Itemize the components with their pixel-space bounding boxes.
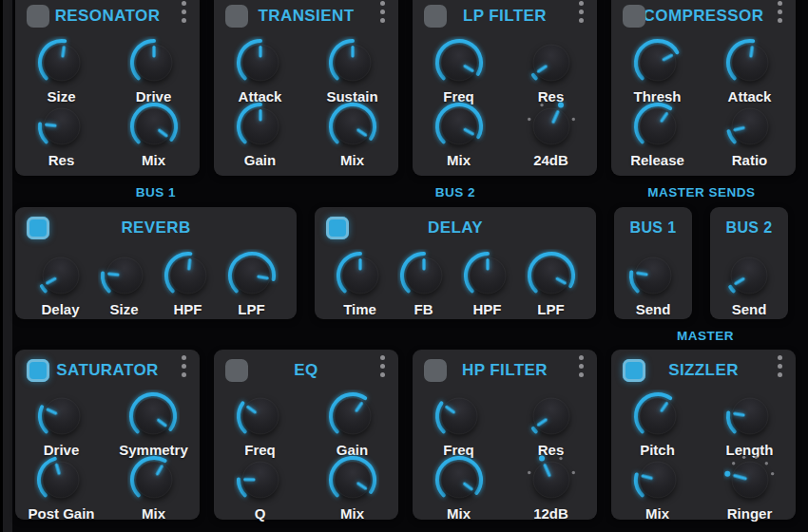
post-gain-knob[interactable] (34, 453, 87, 506)
knob-area: FreqGainQMix (214, 390, 398, 517)
mix-knob[interactable] (326, 453, 379, 506)
mix-knob[interactable] (631, 453, 684, 506)
enable-toggle-unchecked[interactable] (225, 5, 248, 28)
freq-knob[interactable] (234, 390, 287, 443)
enable-toggle-checked[interactable] (27, 359, 49, 382)
mix-knob[interactable] (326, 100, 379, 153)
module-title: COMPRESSOR (644, 7, 764, 26)
gain-knob[interactable] (326, 390, 379, 443)
module-title: HP FILTER (462, 361, 548, 380)
kebab-menu-icon[interactable] (182, 355, 186, 377)
knob-cell: LPF (525, 249, 578, 313)
send-knob[interactable] (722, 249, 776, 302)
send-knob[interactable] (626, 249, 680, 302)
kebab-menu-icon[interactable] (380, 1, 385, 23)
attack-knob[interactable] (234, 36, 287, 89)
knob-area: DelaySizeHPFLPF (15, 249, 297, 313)
12db-knob[interactable] (525, 453, 578, 506)
kebab-menu-icon[interactable] (778, 1, 782, 23)
enable-toggle-checked[interactable] (623, 359, 645, 382)
enable-toggle-unchecked[interactable] (424, 5, 447, 28)
knob-area: Send (614, 249, 692, 313)
knob-label: Q (255, 505, 266, 522)
mix-knob[interactable] (127, 453, 181, 506)
module-header: REVERB (15, 216, 297, 240)
drive-knob[interactable] (35, 390, 88, 443)
size-knob[interactable] (98, 249, 151, 302)
knob-cell: Mix (631, 453, 684, 517)
release-knob[interactable] (631, 100, 684, 153)
hpf-knob[interactable] (461, 249, 514, 302)
module-title: EQ (294, 361, 317, 380)
knob-area: FreqResMix24dB (413, 36, 597, 163)
knob-label: HPF (174, 301, 202, 317)
knob-label: Mix (340, 152, 364, 168)
mix-knob[interactable] (433, 453, 486, 506)
time-knob[interactable] (334, 249, 387, 302)
knob-cell: Mix (433, 100, 486, 163)
drive-knob[interactable] (127, 36, 181, 89)
ratio-knob[interactable] (723, 100, 777, 153)
mix-knob[interactable] (433, 100, 486, 153)
enable-toggle-unchecked[interactable] (424, 359, 447, 382)
freq-knob[interactable] (433, 36, 486, 89)
enable-toggle-checked[interactable] (27, 217, 49, 239)
module-header: BUS 1 (614, 216, 692, 240)
res-knob[interactable] (35, 100, 88, 153)
module-header: COMPRESSOR (611, 4, 796, 28)
module-header: RESONATOR (15, 4, 200, 28)
kebab-menu-icon[interactable] (778, 355, 782, 377)
knob-cell: 24dB (525, 100, 578, 163)
mix-knob[interactable] (127, 100, 181, 153)
symmetry-knob[interactable] (126, 390, 180, 443)
delay-knob[interactable] (34, 249, 87, 302)
gain-knob[interactable] (234, 100, 287, 153)
freq-knob[interactable] (433, 390, 486, 443)
knob-cell: Thresh (631, 36, 684, 100)
length-knob[interactable] (723, 390, 777, 443)
module-delay: DELAYTimeFBHPFLPF (315, 207, 596, 319)
q-knob[interactable] (234, 453, 287, 506)
module-header: HP FILTER (413, 358, 597, 383)
module-title: BUS 2 (725, 219, 772, 237)
enable-toggle-unchecked[interactable] (225, 359, 248, 382)
24db-knob[interactable] (525, 100, 578, 153)
enable-toggle-checked[interactable] (326, 217, 349, 239)
size-knob[interactable] (35, 36, 88, 89)
knob-cell: 12dB (525, 453, 578, 517)
fb-knob[interactable] (397, 249, 451, 302)
attack-knob[interactable] (723, 36, 777, 89)
enable-toggle-unchecked[interactable] (623, 5, 645, 28)
lpf-knob[interactable] (225, 249, 279, 302)
module-lp-filter: LP FILTERFreqResMix24dB (413, 0, 597, 176)
sustain-knob[interactable] (326, 36, 379, 89)
effects-row-top: RESONATORSizeDriveResMixTRANSIENTAttackS… (15, 0, 796, 176)
knob-label: Mix (340, 505, 364, 522)
section-label-bus2: BUS 2 (315, 185, 596, 200)
lpf-knob[interactable] (525, 249, 578, 302)
knob-cell: Res (525, 390, 578, 453)
kebab-menu-icon[interactable] (380, 355, 385, 377)
module-hp-filter: HP FILTERFreqResMix12dB (413, 350, 597, 520)
hpf-knob[interactable] (162, 249, 215, 302)
knob-label: Mix (142, 505, 165, 522)
res-knob[interactable] (525, 36, 578, 89)
kebab-menu-icon[interactable] (579, 355, 584, 377)
module-header: BUS 2 (710, 216, 788, 240)
knob-label: Send (732, 301, 767, 317)
module-header: DELAY (315, 216, 596, 240)
enable-toggle-unchecked[interactable] (27, 5, 49, 28)
knob-cell: Ringer (723, 453, 777, 517)
kebab-menu-icon[interactable] (182, 1, 186, 23)
kebab-menu-icon[interactable] (579, 1, 584, 23)
knob-label: LPF (238, 301, 264, 317)
res-knob[interactable] (525, 390, 578, 443)
knob-area: Send (710, 249, 788, 313)
pitch-knob[interactable] (631, 390, 684, 443)
thresh-knob[interactable] (631, 36, 684, 89)
module-transient: TRANSIENTAttackSustainGainMix (214, 0, 398, 176)
knob-area: FreqResMix12dB (413, 390, 597, 517)
ringer-knob[interactable] (723, 453, 777, 506)
knob-label: Release (630, 152, 684, 168)
knob-cell: Mix (127, 453, 181, 517)
